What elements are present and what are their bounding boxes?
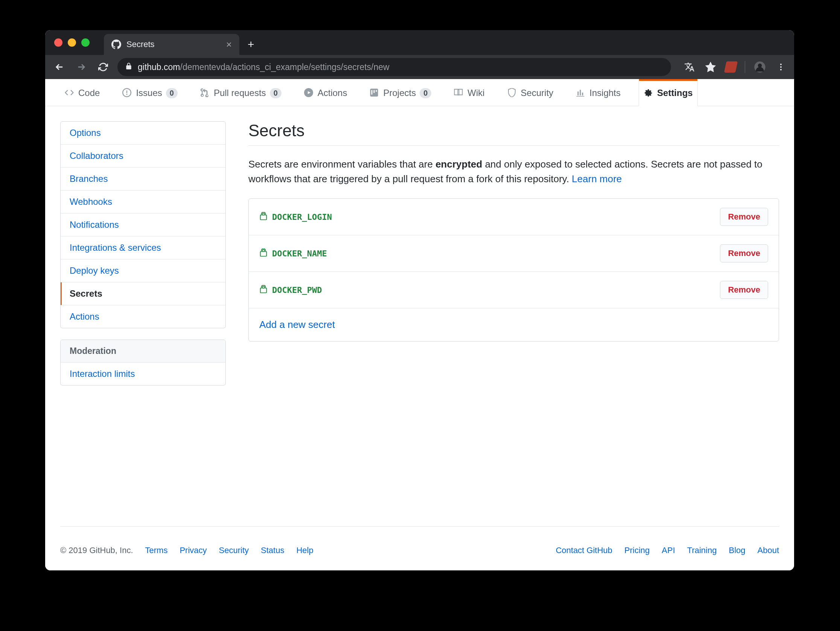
- moderation-menu: Moderation Interaction limits: [60, 340, 226, 386]
- footer-right: Contact GitHub Pricing API Training Blog…: [556, 546, 779, 555]
- close-tab-icon[interactable]: ×: [226, 39, 232, 51]
- sidebar-item-webhooks[interactable]: Webhooks: [61, 190, 226, 213]
- main-content: Secrets Secrets are environment variable…: [248, 121, 779, 511]
- secrets-description: Secrets are environment variables that a…: [248, 157, 779, 187]
- reload-button[interactable]: [96, 60, 111, 74]
- tab-label: Actions: [317, 88, 347, 98]
- tab-issues[interactable]: Issues 0: [118, 80, 182, 106]
- secret-name-text: DOCKER_NAME: [272, 249, 327, 258]
- minimize-window-button[interactable]: [68, 38, 76, 47]
- tab-security[interactable]: Security: [503, 80, 558, 106]
- secret-name: DOCKER_NAME: [259, 248, 327, 259]
- code-icon: [65, 88, 74, 98]
- toolbar-divider: [745, 61, 745, 73]
- play-icon: [304, 88, 314, 98]
- footer-security[interactable]: Security: [219, 546, 249, 555]
- tab-wiki[interactable]: Wiki: [449, 80, 489, 106]
- sidebar-item-actions[interactable]: Actions: [61, 305, 226, 328]
- secrets-list: DOCKER_LOGIN Remove DOCKER_NAME Remove: [248, 198, 779, 342]
- secret-name-text: DOCKER_LOGIN: [272, 212, 332, 222]
- graph-icon: [576, 88, 586, 98]
- desc-pre: Secrets are environment variables that a…: [248, 158, 436, 170]
- sidebar-item-notifications[interactable]: Notifications: [61, 213, 226, 236]
- footer-contact[interactable]: Contact GitHub: [556, 546, 612, 555]
- footer-blog[interactable]: Blog: [729, 546, 745, 555]
- gear-icon: [644, 88, 653, 98]
- page-title: Secrets: [248, 121, 779, 146]
- tab-title: Secrets: [126, 40, 155, 49]
- footer-about[interactable]: About: [758, 546, 779, 555]
- sidebar-item-secrets[interactable]: Secrets: [61, 282, 226, 305]
- extension-icon[interactable]: [724, 62, 737, 73]
- back-button[interactable]: [52, 60, 67, 74]
- pulls-count: 0: [270, 88, 281, 98]
- sidebar-item-collaborators[interactable]: Collaborators: [61, 145, 226, 168]
- moderation-header: Moderation: [61, 340, 226, 362]
- svg-point-4: [780, 69, 782, 70]
- tab-label: Projects: [383, 88, 416, 98]
- sidebar-item-interaction-limits[interactable]: Interaction limits: [61, 362, 226, 385]
- page-content: Code Issues 0 Pull requests 0 Actions Pr…: [45, 79, 794, 570]
- tab-insights[interactable]: Insights: [571, 80, 625, 106]
- star-icon[interactable]: [704, 61, 717, 73]
- shield-icon: [507, 88, 517, 98]
- browser-tab[interactable]: Secrets ×: [104, 34, 239, 55]
- footer-pricing[interactable]: Pricing: [624, 546, 650, 555]
- tab-pull-requests[interactable]: Pull requests 0: [196, 80, 286, 106]
- footer-training[interactable]: Training: [687, 546, 717, 555]
- forward-button[interactable]: [74, 60, 89, 74]
- remove-button[interactable]: Remove: [720, 281, 768, 299]
- sidebar-item-options[interactable]: Options: [61, 122, 226, 145]
- tab-label: Security: [521, 88, 554, 98]
- lock-icon: [259, 248, 268, 259]
- tab-settings[interactable]: Settings: [639, 80, 698, 106]
- profile-icon[interactable]: [753, 61, 766, 73]
- svg-point-1: [758, 63, 762, 68]
- tab-actions[interactable]: Actions: [300, 80, 352, 106]
- lock-icon: [259, 285, 268, 295]
- add-secret-link[interactable]: Add a new secret: [259, 319, 335, 331]
- footer-help[interactable]: Help: [296, 546, 313, 555]
- settings-menu: Options Collaborators Branches Webhooks …: [60, 121, 226, 328]
- menu-icon[interactable]: [775, 61, 787, 73]
- book-icon: [454, 88, 464, 98]
- add-secret-row: Add a new secret: [249, 308, 778, 341]
- lock-icon: [259, 212, 268, 222]
- sidebar-item-integrations[interactable]: Integrations & services: [61, 236, 226, 259]
- footer-privacy[interactable]: Privacy: [180, 546, 207, 555]
- close-window-button[interactable]: [54, 38, 63, 47]
- learn-more-link[interactable]: Learn more: [572, 173, 622, 185]
- footer-terms[interactable]: Terms: [145, 546, 168, 555]
- settings-sidebar: Options Collaborators Branches Webhooks …: [60, 121, 226, 511]
- tab-label: Issues: [136, 88, 162, 98]
- secret-row: DOCKER_LOGIN Remove: [249, 199, 778, 235]
- sidebar-item-deploy-keys[interactable]: Deploy keys: [61, 259, 226, 282]
- new-tab-button[interactable]: +: [239, 34, 263, 55]
- desc-bold: encrypted: [436, 158, 482, 170]
- projects-count: 0: [420, 88, 431, 98]
- tab-label: Insights: [589, 88, 621, 98]
- tab-code[interactable]: Code: [60, 80, 104, 106]
- maximize-window-button[interactable]: [81, 38, 90, 47]
- project-icon: [369, 88, 379, 98]
- browser-tabbar: Secrets × +: [45, 30, 794, 55]
- secret-row: DOCKER_NAME Remove: [249, 235, 778, 272]
- tab-projects[interactable]: Projects 0: [365, 80, 436, 106]
- footer-status[interactable]: Status: [261, 546, 284, 555]
- window-controls: [45, 30, 99, 55]
- url-text: github.com/dementevda/actions_ci_example…: [138, 62, 390, 72]
- secret-name-text: DOCKER_PWD: [272, 285, 322, 295]
- page-footer: © 2019 GitHub, Inc. Terms Privacy Securi…: [60, 526, 779, 570]
- tab-label: Code: [78, 88, 100, 98]
- translate-icon[interactable]: [683, 61, 696, 73]
- footer-left: © 2019 GitHub, Inc. Terms Privacy Securi…: [60, 546, 314, 555]
- browser-toolbar: github.com/dementevda/actions_ci_example…: [45, 55, 794, 79]
- svg-point-3: [780, 66, 782, 68]
- remove-button[interactable]: Remove: [720, 208, 768, 226]
- sidebar-item-branches[interactable]: Branches: [61, 168, 226, 190]
- footer-api[interactable]: API: [662, 546, 675, 555]
- remove-button[interactable]: Remove: [720, 244, 768, 263]
- repo-nav: Code Issues 0 Pull requests 0 Actions Pr…: [45, 79, 794, 106]
- address-bar[interactable]: github.com/dementevda/actions_ci_example…: [117, 58, 671, 76]
- tab-label: Settings: [657, 88, 693, 98]
